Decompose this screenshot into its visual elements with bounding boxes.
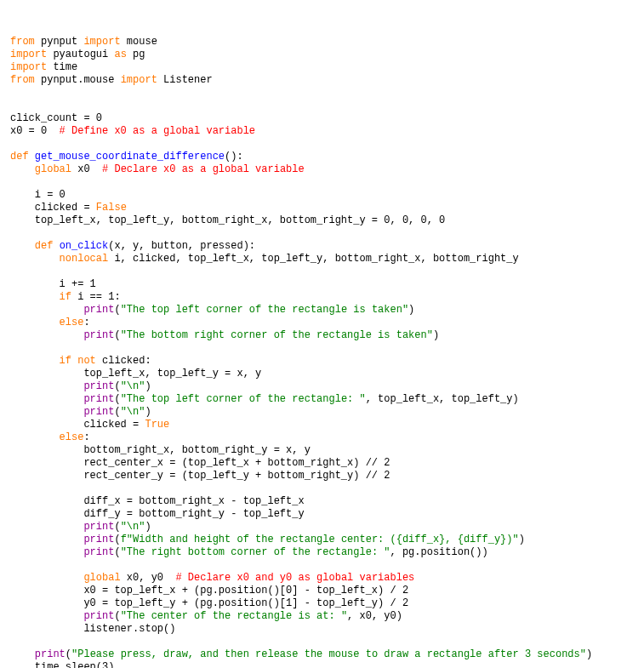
code-token: import	[10, 61, 47, 73]
code-token: )	[145, 521, 151, 533]
code-token: i = 0	[10, 189, 66, 201]
code-token: "The bottom right corner of the rectangl…	[121, 329, 433, 341]
code-token: def	[35, 240, 54, 252]
code-token: clicked =	[10, 419, 145, 431]
code-token: x0, y0	[121, 572, 176, 584]
code-token	[10, 355, 60, 367]
code-token: pynput.mouse	[35, 74, 121, 86]
code-token: if	[60, 355, 71, 367]
code-token: y0 = top_left_y + (pg.position()[1] - to…	[10, 597, 408, 609]
code-token: as	[114, 49, 126, 60]
code-token	[10, 240, 35, 252]
code-token	[10, 329, 83, 341]
code-token: global	[35, 163, 71, 175]
code-token: time	[47, 61, 77, 73]
code-token: i += 1	[10, 278, 96, 290]
code-token: print	[83, 546, 114, 558]
code-token: from	[10, 36, 35, 48]
code-token: , top_left_x, top_left_y)	[366, 393, 519, 405]
code-token: x0	[71, 163, 102, 175]
code-token	[10, 521, 83, 533]
code-token: "The top left corner of the rectangle is…	[121, 304, 408, 316]
code-token: clicked:	[96, 355, 151, 367]
code-token: , pg.position())	[390, 546, 488, 558]
code-token: else	[60, 317, 84, 328]
code-token	[10, 406, 83, 418]
code-token	[10, 546, 83, 558]
code-token: "\n"	[121, 380, 145, 392]
code-token: (	[114, 393, 120, 405]
code-token: print	[35, 648, 66, 660]
code-token: True	[145, 419, 169, 431]
code-block: from pynput import mouse import pyautogu…	[10, 36, 634, 668]
code-token: print	[83, 534, 114, 545]
code-token: on_click	[60, 240, 109, 252]
code-token: def	[10, 151, 29, 163]
code-token	[10, 534, 83, 545]
code-token: pg	[127, 49, 145, 60]
code-token: "The top left corner of the rectangle: "	[121, 393, 366, 405]
code-token: pynput	[35, 36, 84, 48]
code-token: (	[114, 610, 120, 622]
code-token	[29, 151, 35, 163]
code-token: (	[114, 534, 120, 545]
code-token	[10, 393, 83, 405]
code-token: nonlocal	[60, 253, 109, 265]
code-token: (	[114, 329, 120, 341]
code-token: "The center of the rectangle is at: "	[121, 610, 347, 622]
code-token: # Declare x0 as a global variable	[102, 163, 305, 175]
code-token: (	[114, 546, 120, 558]
code-token: diff_y = bottom_right_y - top_left_y	[10, 508, 305, 520]
code-token	[10, 431, 60, 443]
code-token: clicked =	[10, 202, 96, 214]
code-token	[10, 163, 35, 175]
code-token: False	[96, 202, 127, 214]
code-token: Listener	[157, 74, 213, 86]
code-token: f"Width and height of the rectangle cent…	[121, 534, 519, 545]
code-token	[10, 380, 83, 392]
code-token: ():	[225, 151, 243, 163]
code-token: import	[10, 49, 47, 60]
code-token: rect_center_x = (top_left_x + bottom_rig…	[10, 457, 390, 469]
code-token: if	[60, 291, 71, 303]
code-token	[10, 291, 60, 303]
code-token: )	[519, 534, 525, 545]
code-token: "The right bottom corner of the rectangl…	[121, 546, 390, 558]
code-token: :	[83, 317, 89, 328]
code-token: # Declare x0 and y0 as global variables	[175, 572, 414, 584]
code-token: (	[114, 406, 120, 418]
code-token: )	[586, 648, 592, 660]
code-token: click_count = 0	[10, 112, 102, 124]
code-token	[53, 240, 59, 252]
code-token	[10, 317, 60, 328]
code-token: top_left_x, top_left_y = x, y	[10, 368, 261, 380]
code-token: :	[83, 431, 89, 443]
code-token: else	[60, 431, 84, 443]
code-token: not	[77, 355, 96, 367]
code-token: print	[83, 521, 114, 533]
code-token: (	[66, 648, 71, 660]
code-token: pyautogui	[47, 49, 114, 60]
code-token: print	[83, 610, 114, 622]
code-token	[10, 572, 83, 584]
code-token: )	[145, 380, 151, 392]
code-token	[10, 610, 83, 622]
code-token: x0 = top_left_x + (pg.position()[0] - to…	[10, 585, 408, 597]
code-token: # Define x0 as a global variable	[60, 125, 255, 137]
code-token: from	[10, 74, 35, 86]
code-token: )	[408, 304, 414, 316]
code-token: "\n"	[121, 406, 145, 418]
code-token: x0 = 0	[10, 125, 60, 137]
code-token: , x0, y0)	[347, 610, 402, 622]
code-token: mouse	[121, 36, 157, 48]
code-token: )	[145, 406, 151, 418]
code-token: import	[121, 74, 157, 86]
code-token: global	[83, 572, 120, 584]
code-token: i == 1:	[71, 291, 121, 303]
code-token: print	[83, 406, 114, 418]
code-token: i, clicked, top_left_x, top_left_y, bott…	[108, 253, 518, 265]
code-token: (	[114, 304, 120, 316]
code-token: )	[433, 329, 439, 341]
code-token: print	[83, 380, 114, 392]
code-token: (	[114, 380, 120, 392]
